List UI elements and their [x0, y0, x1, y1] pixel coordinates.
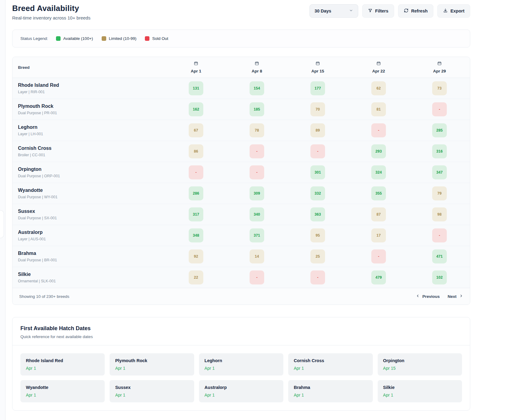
availability-badge[interactable]: 70: [310, 102, 325, 116]
availability-badge[interactable]: 316: [432, 144, 447, 158]
date-column-header: Apr 29: [409, 60, 470, 75]
availability-badge[interactable]: 471: [432, 249, 447, 263]
calendar-icon: [376, 61, 381, 67]
showing-count: Showing 10 of 230+ breeds: [19, 294, 69, 299]
table-row: Plymouth Rock Dual Purpose | PR-001 1621…: [12, 99, 470, 120]
hatch-breed-name: Leghorn: [205, 358, 278, 363]
breed-meta: Dual Purpose | ORP-001: [18, 174, 166, 178]
availability-badge[interactable]: 348: [189, 228, 203, 242]
date-column-header: Apr 22: [348, 60, 409, 75]
availability-cell: 87: [348, 207, 409, 221]
previous-button[interactable]: Previous: [416, 294, 440, 299]
availability-badge[interactable]: 102: [432, 270, 447, 284]
legend-swatch: [102, 36, 106, 41]
availability-badge[interactable]: 92: [189, 249, 203, 263]
availability-badge[interactable]: 25: [310, 249, 325, 263]
refresh-icon: [404, 8, 408, 14]
next-button[interactable]: Next: [448, 294, 463, 299]
availability-badge[interactable]: -: [310, 144, 325, 158]
availability-badge[interactable]: 86: [189, 144, 203, 158]
availability-badge[interactable]: 293: [371, 144, 386, 158]
breed-cell: Cornish Cross Broiler | CC-001: [12, 146, 166, 157]
breed-name: Brahma: [18, 251, 166, 256]
availability-badge[interactable]: -: [371, 249, 386, 263]
availability-badge[interactable]: 78: [250, 123, 264, 137]
legend-swatch: [56, 36, 61, 41]
availability-badge[interactable]: 81: [371, 102, 386, 116]
availability-cell: 301: [287, 165, 348, 179]
availability-badge[interactable]: 317: [189, 207, 203, 221]
legend-item: Limited (10-99): [102, 36, 137, 41]
availability-badge[interactable]: -: [250, 165, 264, 179]
availability-cell: 154: [226, 81, 287, 95]
availability-badge[interactable]: 95: [310, 228, 325, 242]
availability-badge[interactable]: 89: [310, 123, 325, 137]
availability-badge[interactable]: -: [250, 144, 264, 158]
availability-badge[interactable]: 131: [189, 81, 203, 95]
availability-badge[interactable]: 355: [371, 186, 386, 200]
hatch-card: Sussex Apr 1: [110, 380, 194, 402]
availability-badge[interactable]: 22: [189, 270, 203, 284]
availability-badge[interactable]: -: [371, 123, 386, 137]
availability-cell: 363: [287, 207, 348, 221]
availability-badge[interactable]: 363: [310, 207, 325, 221]
title-block: Breed Availability Real-time inventory a…: [12, 4, 90, 20]
availability-cell: -: [348, 249, 409, 263]
legend-item-label: Limited (10-99): [109, 36, 137, 41]
availability-badge[interactable]: 17: [371, 228, 386, 242]
table-row: Sussex Dual Purpose | SX-001 31734036387…: [12, 204, 470, 225]
breed-meta: Dual Purpose | WY-001: [18, 195, 166, 199]
availability-badge[interactable]: -: [310, 270, 325, 284]
breed-name: Silkie: [18, 272, 166, 277]
availability-badge[interactable]: 347: [432, 165, 447, 179]
hatch-date: Apr 1: [294, 366, 367, 371]
breed-cell: Rhode Island Red Layer | RIR-001: [12, 83, 166, 94]
export-button[interactable]: Export: [437, 4, 470, 18]
availability-badge[interactable]: 87: [371, 207, 386, 221]
date-range-value: 30 Days: [315, 9, 331, 13]
availability-badge[interactable]: 285: [432, 123, 447, 137]
refresh-button[interactable]: Refresh: [398, 4, 433, 18]
availability-badge[interactable]: 67: [189, 123, 203, 137]
breed-meta: Ornamental | SLK-001: [18, 279, 166, 283]
availability-badge[interactable]: 286: [189, 186, 203, 200]
availability-badge[interactable]: 14: [250, 249, 264, 263]
availability-cell: 78: [226, 123, 287, 137]
availability-cell: 162: [166, 102, 226, 116]
table-body: Rhode Island Red Layer | RIR-001 1311541…: [12, 78, 470, 288]
availability-cell: -: [409, 102, 470, 116]
availability-badge[interactable]: 162: [189, 102, 203, 116]
calendar-icon: [316, 61, 320, 67]
availability-badge[interactable]: 332: [310, 186, 325, 200]
availability-badge[interactable]: 98: [432, 207, 447, 221]
availability-badge[interactable]: 177: [310, 81, 325, 95]
availability-cell: 70: [287, 102, 348, 116]
availability-badge[interactable]: 185: [250, 102, 264, 116]
availability-badge[interactable]: -: [250, 270, 264, 284]
availability-badge[interactable]: 62: [371, 81, 386, 95]
hatch-card: Brahma Apr 1: [288, 380, 373, 402]
availability-cell: -: [287, 144, 348, 158]
date-range-select[interactable]: 30 Days: [310, 4, 358, 18]
availability-badge[interactable]: 309: [250, 186, 264, 200]
collapsed-panel-handle[interactable]: [0, 210, 4, 238]
hatch-breed-name: Wyandotte: [26, 385, 99, 390]
availability-cell: 348: [166, 228, 226, 242]
availability-badge[interactable]: 371: [250, 228, 264, 242]
availability-badge[interactable]: 340: [250, 207, 264, 221]
availability-badge[interactable]: 324: [371, 165, 386, 179]
status-legend: Status Legend: Available (100+) Limited …: [12, 30, 470, 48]
availability-badge[interactable]: 73: [432, 81, 447, 95]
availability-badge[interactable]: 79: [432, 186, 447, 200]
availability-badge[interactable]: -: [432, 228, 447, 242]
breed-cell: Orpington Dual Purpose | ORP-001: [12, 167, 166, 178]
chevron-down-icon: [349, 9, 353, 13]
availability-badge[interactable]: -: [189, 165, 203, 179]
availability-badge[interactable]: 301: [310, 165, 325, 179]
filters-button[interactable]: Filters: [362, 4, 394, 18]
availability-badge[interactable]: 479: [371, 270, 386, 284]
availability-badge[interactable]: -: [432, 102, 447, 116]
header-controls: 30 Days Filters Refresh: [310, 4, 470, 18]
hatch-card: Leghorn Apr 1: [199, 353, 283, 376]
availability-badge[interactable]: 154: [250, 81, 264, 95]
